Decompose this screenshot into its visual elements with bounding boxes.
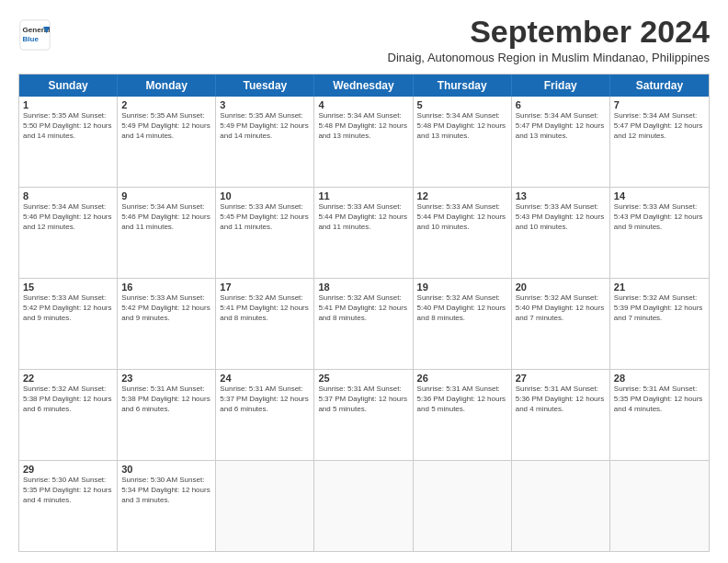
header-sunday: Sunday bbox=[19, 75, 118, 97]
cell-4-6: 27Sunrise: 5:31 AM Sunset: 5:36 PM Dayli… bbox=[512, 370, 610, 460]
calendar: Sunday Monday Tuesday Wednesday Thursday… bbox=[18, 74, 710, 552]
header: General Blue September 2024 Dinaig, Auto… bbox=[18, 15, 710, 64]
logo: General Blue bbox=[18, 18, 51, 52]
cell-5-2: 30Sunrise: 5:30 AM Sunset: 5:34 PM Dayli… bbox=[118, 461, 216, 551]
day-info: Sunrise: 5:30 AM Sunset: 5:35 PM Dayligh… bbox=[23, 476, 113, 505]
cell-4-3: 24Sunrise: 5:31 AM Sunset: 5:37 PM Dayli… bbox=[216, 370, 314, 460]
day-number: 6 bbox=[516, 99, 606, 110]
cell-4-1: 22Sunrise: 5:32 AM Sunset: 5:38 PM Dayli… bbox=[19, 370, 118, 460]
header-tuesday: Tuesday bbox=[216, 75, 314, 97]
cell-4-2: 23Sunrise: 5:31 AM Sunset: 5:38 PM Dayli… bbox=[118, 370, 216, 460]
week-row-1: 1Sunrise: 5:35 AM Sunset: 5:50 PM Daylig… bbox=[19, 97, 709, 188]
day-number: 1 bbox=[23, 99, 113, 110]
day-info: Sunrise: 5:35 AM Sunset: 5:49 PM Dayligh… bbox=[121, 111, 211, 141]
day-number: 26 bbox=[417, 373, 507, 384]
day-number: 4 bbox=[318, 99, 408, 110]
day-number: 19 bbox=[417, 282, 507, 293]
cell-2-1: 8Sunrise: 5:34 AM Sunset: 5:46 PM Daylig… bbox=[19, 188, 118, 278]
cell-5-4 bbox=[314, 461, 413, 551]
day-info: Sunrise: 5:33 AM Sunset: 5:44 PM Dayligh… bbox=[417, 202, 507, 232]
day-number: 2 bbox=[121, 99, 211, 110]
cell-2-4: 11Sunrise: 5:33 AM Sunset: 5:44 PM Dayli… bbox=[314, 188, 413, 278]
cell-5-1: 29Sunrise: 5:30 AM Sunset: 5:35 PM Dayli… bbox=[19, 461, 118, 551]
day-number: 18 bbox=[318, 282, 408, 293]
day-info: Sunrise: 5:33 AM Sunset: 5:45 PM Dayligh… bbox=[220, 202, 310, 232]
day-info: Sunrise: 5:33 AM Sunset: 5:43 PM Dayligh… bbox=[614, 202, 705, 232]
cell-3-3: 17Sunrise: 5:32 AM Sunset: 5:41 PM Dayli… bbox=[216, 279, 314, 369]
week-row-4: 22Sunrise: 5:32 AM Sunset: 5:38 PM Dayli… bbox=[19, 370, 709, 461]
day-info: Sunrise: 5:34 AM Sunset: 5:48 PM Dayligh… bbox=[417, 111, 507, 141]
day-info: Sunrise: 5:33 AM Sunset: 5:43 PM Dayligh… bbox=[516, 202, 606, 232]
day-number: 9 bbox=[121, 190, 211, 201]
cell-2-5: 12Sunrise: 5:33 AM Sunset: 5:44 PM Dayli… bbox=[414, 188, 512, 278]
day-info: Sunrise: 5:32 AM Sunset: 5:40 PM Dayligh… bbox=[516, 293, 606, 323]
cell-3-1: 15Sunrise: 5:33 AM Sunset: 5:42 PM Dayli… bbox=[19, 279, 118, 369]
svg-text:Blue: Blue bbox=[23, 35, 40, 43]
day-number: 22 bbox=[23, 373, 113, 384]
day-number: 17 bbox=[220, 282, 310, 293]
cell-5-6 bbox=[512, 461, 610, 551]
cell-1-5: 5Sunrise: 5:34 AM Sunset: 5:48 PM Daylig… bbox=[414, 97, 512, 187]
day-info: Sunrise: 5:32 AM Sunset: 5:38 PM Dayligh… bbox=[23, 385, 113, 414]
header-friday: Friday bbox=[512, 75, 610, 97]
cell-1-1: 1Sunrise: 5:35 AM Sunset: 5:50 PM Daylig… bbox=[19, 97, 118, 187]
day-info: Sunrise: 5:31 AM Sunset: 5:36 PM Dayligh… bbox=[417, 385, 507, 414]
day-info: Sunrise: 5:31 AM Sunset: 5:36 PM Dayligh… bbox=[516, 385, 606, 414]
day-number: 5 bbox=[417, 99, 507, 110]
week-row-2: 8Sunrise: 5:34 AM Sunset: 5:46 PM Daylig… bbox=[19, 188, 709, 279]
day-number: 13 bbox=[516, 190, 606, 201]
cell-2-7: 14Sunrise: 5:33 AM Sunset: 5:43 PM Dayli… bbox=[610, 188, 709, 278]
day-info: Sunrise: 5:32 AM Sunset: 5:41 PM Dayligh… bbox=[318, 293, 408, 323]
day-info: Sunrise: 5:34 AM Sunset: 5:46 PM Dayligh… bbox=[23, 202, 113, 232]
cell-2-6: 13Sunrise: 5:33 AM Sunset: 5:43 PM Dayli… bbox=[512, 188, 610, 278]
cell-3-6: 20Sunrise: 5:32 AM Sunset: 5:40 PM Dayli… bbox=[512, 279, 610, 369]
calendar-body: 1Sunrise: 5:35 AM Sunset: 5:50 PM Daylig… bbox=[19, 97, 709, 551]
cell-2-2: 9Sunrise: 5:34 AM Sunset: 5:46 PM Daylig… bbox=[118, 188, 216, 278]
day-number: 10 bbox=[220, 190, 310, 201]
day-info: Sunrise: 5:32 AM Sunset: 5:39 PM Dayligh… bbox=[614, 293, 705, 323]
day-info: Sunrise: 5:34 AM Sunset: 5:47 PM Dayligh… bbox=[516, 111, 606, 141]
week-row-5: 29Sunrise: 5:30 AM Sunset: 5:35 PM Dayli… bbox=[19, 461, 709, 551]
cell-4-4: 25Sunrise: 5:31 AM Sunset: 5:37 PM Dayli… bbox=[314, 370, 413, 460]
month-title: September 2024 bbox=[388, 15, 710, 49]
day-info: Sunrise: 5:33 AM Sunset: 5:44 PM Dayligh… bbox=[318, 202, 408, 232]
cell-3-5: 19Sunrise: 5:32 AM Sunset: 5:40 PM Dayli… bbox=[414, 279, 512, 369]
header-monday: Monday bbox=[118, 75, 216, 97]
day-number: 12 bbox=[417, 190, 507, 201]
cell-5-3 bbox=[216, 461, 314, 551]
day-info: Sunrise: 5:33 AM Sunset: 5:42 PM Dayligh… bbox=[23, 293, 113, 323]
calendar-header: Sunday Monday Tuesday Wednesday Thursday… bbox=[19, 75, 709, 97]
day-number: 15 bbox=[23, 282, 113, 293]
day-number: 16 bbox=[121, 282, 211, 293]
day-info: Sunrise: 5:30 AM Sunset: 5:34 PM Dayligh… bbox=[121, 476, 211, 505]
day-info: Sunrise: 5:32 AM Sunset: 5:41 PM Dayligh… bbox=[220, 293, 310, 323]
title-block: September 2024 Dinaig, Autonomous Region… bbox=[388, 15, 710, 64]
cell-4-7: 28Sunrise: 5:31 AM Sunset: 5:35 PM Dayli… bbox=[610, 370, 709, 460]
cell-2-3: 10Sunrise: 5:33 AM Sunset: 5:45 PM Dayli… bbox=[216, 188, 314, 278]
cell-1-4: 4Sunrise: 5:34 AM Sunset: 5:48 PM Daylig… bbox=[314, 97, 413, 187]
day-number: 23 bbox=[121, 373, 211, 384]
cell-5-7 bbox=[610, 461, 709, 551]
cell-1-2: 2Sunrise: 5:35 AM Sunset: 5:49 PM Daylig… bbox=[118, 97, 216, 187]
day-info: Sunrise: 5:35 AM Sunset: 5:50 PM Dayligh… bbox=[23, 111, 113, 141]
subtitle: Dinaig, Autonomous Region in Muslim Mind… bbox=[388, 51, 710, 64]
day-number: 14 bbox=[614, 190, 705, 201]
day-info: Sunrise: 5:33 AM Sunset: 5:42 PM Dayligh… bbox=[121, 293, 211, 323]
day-info: Sunrise: 5:34 AM Sunset: 5:46 PM Dayligh… bbox=[121, 202, 211, 232]
day-info: Sunrise: 5:31 AM Sunset: 5:38 PM Dayligh… bbox=[121, 385, 211, 414]
day-number: 21 bbox=[614, 282, 705, 293]
day-number: 3 bbox=[220, 99, 310, 110]
cell-4-5: 26Sunrise: 5:31 AM Sunset: 5:36 PM Dayli… bbox=[414, 370, 512, 460]
page: General Blue September 2024 Dinaig, Auto… bbox=[0, 0, 728, 563]
day-info: Sunrise: 5:34 AM Sunset: 5:48 PM Dayligh… bbox=[318, 111, 408, 141]
header-saturday: Saturday bbox=[610, 75, 709, 97]
cell-3-7: 21Sunrise: 5:32 AM Sunset: 5:39 PM Dayli… bbox=[610, 279, 709, 369]
day-info: Sunrise: 5:31 AM Sunset: 5:35 PM Dayligh… bbox=[614, 385, 705, 414]
logo-icon: General Blue bbox=[18, 18, 51, 52]
day-number: 11 bbox=[318, 190, 408, 201]
day-number: 8 bbox=[23, 190, 113, 201]
day-number: 27 bbox=[516, 373, 606, 384]
day-info: Sunrise: 5:31 AM Sunset: 5:37 PM Dayligh… bbox=[318, 385, 408, 414]
day-number: 20 bbox=[516, 282, 606, 293]
cell-3-2: 16Sunrise: 5:33 AM Sunset: 5:42 PM Dayli… bbox=[118, 279, 216, 369]
